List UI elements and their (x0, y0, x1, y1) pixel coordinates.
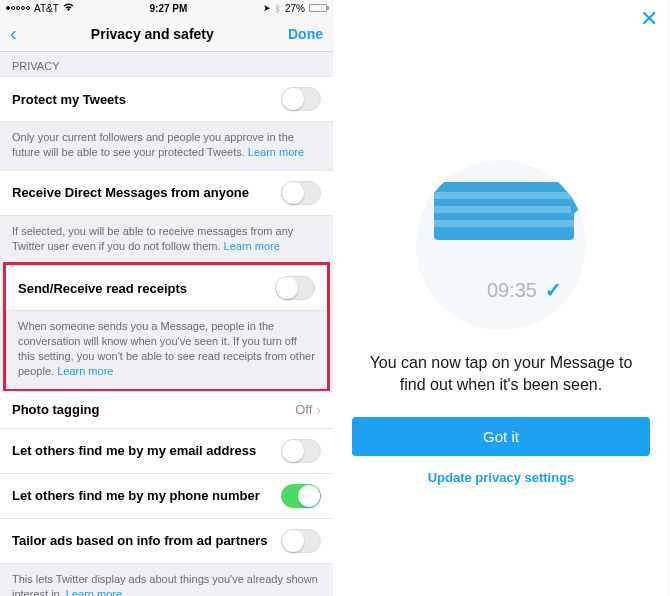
row-photo-tagging[interactable]: Photo tagging Off › (0, 391, 333, 429)
promo-illustration: 09:35 ✓ (334, 160, 668, 330)
chevron-right-icon: › (316, 402, 321, 418)
promo-time: 09:35 (487, 279, 537, 302)
page-title: Privacy and safety (91, 26, 214, 42)
row-label: Let others find me by my phone number (12, 488, 281, 503)
row-label: Receive Direct Messages from anyone (12, 185, 281, 200)
privacy-settings-screen: AT&T 9:27 PM ➤ ᛒ 27% ‹ Privacy and safet… (0, 0, 334, 596)
promo-text: You can now tap on your Message to find … (334, 330, 668, 395)
desc-tailor-ads: This lets Twitter display ads about thin… (0, 564, 333, 596)
row-protect-tweets[interactable]: Protect my Tweets (0, 76, 333, 122)
row-read-receipts[interactable]: Send/Receive read receipts (6, 265, 327, 311)
row-tailor-ads[interactable]: Tailor ads based on info from ad partner… (0, 519, 333, 564)
section-header-privacy: Privacy (0, 52, 333, 76)
learn-more-link[interactable]: Learn more (248, 146, 304, 158)
row-value: Off (295, 402, 312, 417)
desc-protect-tweets: Only your current followers and people y… (0, 122, 333, 170)
close-button[interactable]: ✕ (640, 6, 658, 32)
row-label: Let others find me by my email address (12, 443, 281, 458)
toggle-find-by-email[interactable] (281, 439, 321, 463)
row-label: Send/Receive read receipts (18, 281, 275, 296)
learn-more-link[interactable]: Learn more (66, 588, 122, 596)
status-bar: AT&T 9:27 PM ➤ ᛒ 27% (0, 0, 333, 16)
highlight-read-receipts: Send/Receive read receipts When someone … (3, 262, 330, 391)
learn-more-link[interactable]: Learn more (57, 365, 113, 377)
back-button[interactable]: ‹ (10, 22, 17, 45)
row-find-by-phone[interactable]: Let others find me by my phone number (0, 474, 333, 519)
battery-pct: 27% (285, 3, 305, 14)
desc-receive-dms: If selected, you will be able to receive… (0, 216, 333, 264)
desc-read-receipts: When someone sends you a Message, people… (6, 311, 327, 388)
row-receive-dms[interactable]: Receive Direct Messages from anyone (0, 170, 333, 216)
toggle-read-receipts[interactable] (275, 276, 315, 300)
learn-more-link[interactable]: Learn more (224, 240, 280, 252)
row-label: Tailor ads based on info from ad partner… (12, 533, 281, 548)
toggle-tailor-ads[interactable] (281, 529, 321, 553)
row-label: Protect my Tweets (12, 92, 281, 107)
nav-bar: ‹ Privacy and safety Done (0, 16, 333, 52)
message-bubble-icon (434, 182, 574, 240)
row-find-by-email[interactable]: Let others find me by my email address (0, 429, 333, 474)
bluetooth-icon: ᛒ (275, 3, 281, 14)
signal-dots-icon (6, 6, 30, 10)
got-it-button[interactable]: Got it (352, 417, 650, 456)
status-time: 9:27 PM (150, 3, 188, 14)
row-label: Photo tagging (12, 402, 295, 417)
carrier-label: AT&T (34, 3, 59, 14)
check-icon: ✓ (545, 278, 562, 302)
update-privacy-link[interactable]: Update privacy settings (334, 470, 668, 485)
toggle-find-by-phone[interactable] (281, 484, 321, 508)
read-receipts-promo-screen: ✕ 09:35 ✓ You can now tap on your Messag… (334, 0, 668, 596)
wifi-icon (63, 3, 74, 14)
done-button[interactable]: Done (288, 26, 323, 42)
toggle-receive-dms[interactable] (281, 181, 321, 205)
toggle-protect-tweets[interactable] (281, 87, 321, 111)
battery-icon (309, 4, 327, 12)
location-icon: ➤ (263, 3, 271, 13)
